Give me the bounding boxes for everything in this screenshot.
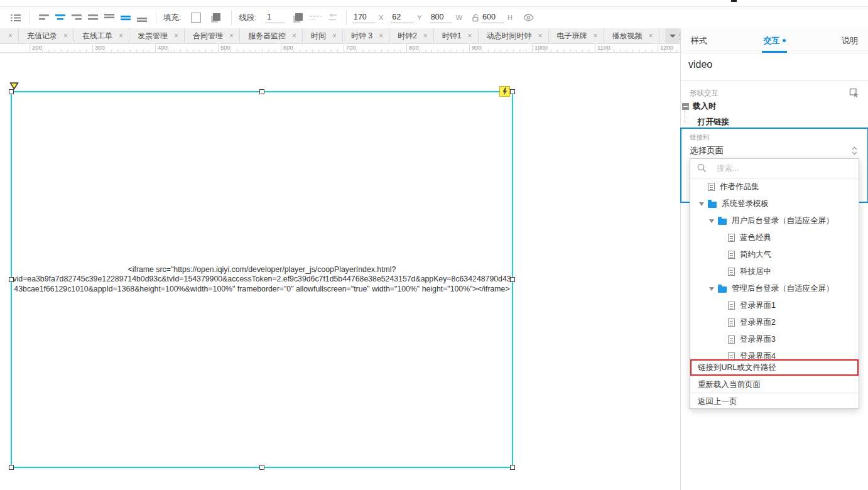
align-left-button[interactable] [36,9,52,26]
close-tab-icon[interactable]: × [423,32,428,40]
page-tree-item[interactable]: 简约大气 [690,246,859,263]
page-tree-item[interactable]: 管理后台登录（自适应全屏） [690,280,859,297]
y-position-input[interactable]: 62 [391,13,413,23]
close-tab-icon[interactable]: × [332,32,337,40]
aspect-lock-icon[interactable] [470,9,481,26]
lightning-bolt-icon [502,87,507,95]
tab-note-label: 说明 [842,35,858,46]
line-weight-input[interactable]: 1 [266,13,285,23]
close-tab-icon[interactable]: × [119,32,123,40]
close-tab-icon[interactable]: × [63,32,68,40]
page-tree-label: 登录界面4 [740,351,776,359]
dropdown-footer-option[interactable]: 链接到URL或文件路径 [690,359,859,376]
close-tab-icon[interactable]: × [468,32,472,40]
expand-arrow-icon[interactable] [699,202,705,206]
open-link-action[interactable]: 打开链接 [698,117,729,128]
page-tab[interactable]: 发票管理 × [129,28,185,43]
close-tab-icon[interactable]: × [229,32,234,40]
page-tree-item[interactable]: 登录界面1 [690,297,859,314]
page-tab-label: 时钟2 [398,31,417,41]
page-tab[interactable]: 充值记录 × [19,28,74,43]
align-center-button[interactable] [52,9,68,26]
resize-handle-bottom-right[interactable] [510,465,515,470]
valign-bottom-button[interactable] [134,9,150,26]
page-tab[interactable]: × [0,28,19,43]
tab-list-dropdown-button[interactable] [665,28,680,43]
ruler-mark-label: 300 [93,44,105,51]
dropdown-footer-option[interactable]: 重新载入当前页面 [690,376,859,393]
arrow-style-button[interactable] [324,9,340,26]
selected-widget-name[interactable]: video [688,59,712,70]
resize-handle-top-middle[interactable] [259,89,264,94]
page-tab-label: 服务器监控 [248,31,286,41]
page-tree-item[interactable]: 蓝色经典 [690,229,859,246]
page-tab[interactable]: 时钟 3 × [343,28,389,43]
ruler-mark-label: 1100 [595,44,610,51]
select-chevrons-icon[interactable] [852,146,857,155]
page-tab[interactable]: 服务器监控 × [240,28,303,43]
valign-middle-button[interactable] [117,9,134,26]
page-tree-item[interactable]: 科技居中 [690,263,859,280]
fill-color-swatch[interactable] [211,13,220,23]
dropdown-footer-option[interactable]: 返回上一页 [690,393,859,410]
fill-label: 填充: [163,13,181,23]
onload-event-row[interactable]: 载入时 [682,101,717,112]
select-shape-icon[interactable] [849,88,859,98]
page-tree-item[interactable]: 用户后台登录（自适应全屏） [690,212,859,229]
line-color-swatch[interactable] [293,13,303,23]
close-tab-icon[interactable]: × [8,32,13,40]
align-right-button[interactable] [68,9,85,26]
resize-handle-bottom-middle[interactable] [259,465,264,470]
expand-arrow-icon[interactable] [709,219,715,223]
close-tab-icon[interactable]: × [174,32,178,40]
close-tab-icon[interactable]: × [594,32,598,40]
page-tab-label: 播放视频 [612,31,643,41]
link-to-label: 链接到 [690,133,710,142]
page-tab[interactable]: 播放视频 × [604,28,659,43]
resize-handle-middle-right[interactable] [510,277,515,282]
page-tree-item[interactable]: 登录界面2 [690,314,859,331]
collapse-minus-icon[interactable] [682,103,689,110]
resize-handle-top-right[interactable] [510,89,515,94]
close-tab-icon[interactable]: × [379,32,383,40]
search-input[interactable] [690,159,859,178]
tab-interaction[interactable]: 交互 [761,28,788,53]
resize-handle-middle-left[interactable] [9,277,14,282]
resize-handle-top-left[interactable] [9,89,14,94]
tab-style[interactable]: 样式 [688,28,710,53]
page-tree-item[interactable]: 登录界面4 [690,348,859,359]
page-tab[interactable]: 时间 × [303,28,343,43]
page-tree-item[interactable]: 系统登录模板 [690,195,859,212]
resize-handle-bottom-left[interactable] [9,465,14,470]
visibility-eye-icon[interactable] [520,9,536,26]
page-tab[interactable]: 动态时间时钟 × [479,28,549,43]
selected-widget[interactable]: <iframe src="https://open.iqiyi.com/deve… [11,91,513,468]
fill-none-swatch[interactable] [191,13,201,23]
page-tree-item[interactable]: 作者作品集 [690,178,859,195]
close-tab-icon[interactable]: × [649,32,653,40]
page-tree-item[interactable]: 登录界面3 [690,331,859,348]
tab-style-label: 样式 [691,35,707,46]
interaction-lightning-badge[interactable] [499,86,510,97]
page-tree: 作者作品集 系统登录模板 用户后台登录（自适应全屏） 蓝色经典 [690,178,859,359]
close-tab-icon[interactable]: × [292,32,296,40]
height-input[interactable]: 600 [481,13,504,23]
select-page-value[interactable]: 选择页面 [690,145,724,156]
line-style-button[interactable] [308,9,324,26]
page-tab[interactable]: 合同管理 × [185,28,240,43]
event-tree-guide [685,111,685,124]
page-tab[interactable]: 电子班牌 × [549,28,604,43]
canvas[interactable]: <iframe src="https://open.iqiyi.com/deve… [0,53,680,490]
close-tab-icon[interactable]: × [538,32,543,40]
width-input[interactable]: 800 [430,13,452,23]
list-style-button[interactable] [8,9,24,26]
page-tab[interactable]: 时钟1 × [434,28,479,43]
expand-arrow-icon[interactable] [709,287,715,291]
align-justify-button[interactable] [85,9,101,26]
x-position-input[interactable]: 170 [352,13,375,23]
page-tab[interactable]: 在线工单 × [74,28,129,43]
tab-note[interactable]: 说明 [839,28,860,53]
page-icon [728,251,735,259]
page-tab[interactable]: 时钟2 × [389,28,434,43]
valign-top-button[interactable] [101,9,117,26]
